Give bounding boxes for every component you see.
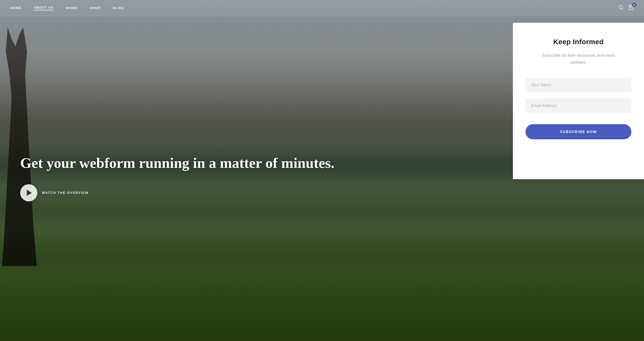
name-input[interactable] <box>525 78 631 92</box>
search-icon[interactable] <box>618 5 623 11</box>
cart-icon[interactable]: 0 <box>628 5 634 11</box>
hero-section: HOME ABOUT US WORK SHOP BLOG 0 <box>0 0 644 341</box>
email-field <box>525 98 631 113</box>
nav-items: HOME ABOUT US WORK SHOP BLOG <box>10 6 124 10</box>
svg-line-1 <box>622 8 623 9</box>
name-field <box>525 78 631 92</box>
hero-left: Get your webform running in a matter of … <box>20 140 363 201</box>
cart-count: 0 <box>632 3 636 7</box>
nav-actions: 0 <box>618 5 634 11</box>
watch-label: WATCH THE OVERVIEW <box>42 191 89 195</box>
watch-overview[interactable]: WATCH THE OVERVIEW <box>20 184 363 201</box>
nav-blog[interactable]: BLOG <box>113 6 124 10</box>
hero-content: Get your webform running in a matter of … <box>0 0 644 341</box>
subscribe-card: Keep Informed Subscribe for free resourc… <box>513 23 644 179</box>
nav-home[interactable]: HOME <box>10 6 21 10</box>
nav-about-us[interactable]: ABOUT US <box>34 6 54 10</box>
navbar: HOME ABOUT US WORK SHOP BLOG 0 <box>0 0 644 16</box>
subscribe-button[interactable]: SUBSCRIBE NOW <box>525 124 631 139</box>
card-subtitle: Subscribe for free resources and news up… <box>538 52 619 66</box>
nav-work[interactable]: WORK <box>66 6 78 10</box>
nav-shop[interactable]: SHOP <box>90 6 101 10</box>
card-title: Keep Informed <box>553 38 604 46</box>
email-input[interactable] <box>525 98 631 113</box>
play-icon <box>27 190 32 196</box>
play-button[interactable] <box>20 184 37 201</box>
hero-headline: Get your webform running in a matter of … <box>20 155 363 172</box>
